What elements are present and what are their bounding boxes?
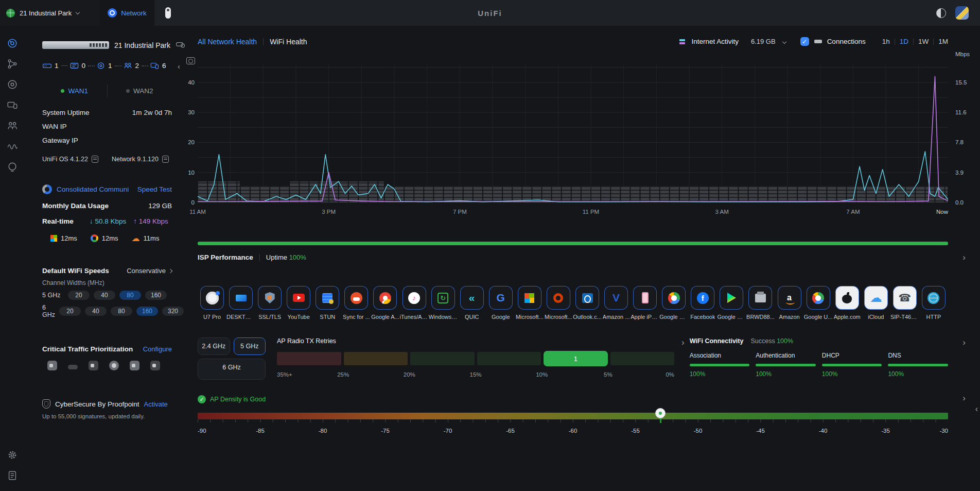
rail-devices-icon[interactable]	[4, 96, 21, 114]
chevron-down-icon[interactable]	[782, 39, 786, 43]
release-notes-icon[interactable]	[162, 156, 169, 163]
wifi-speeds-mode[interactable]: Conservative	[127, 267, 172, 275]
app-tile: ☁	[864, 286, 888, 310]
range-1M[interactable]: 1M	[938, 38, 948, 45]
gateway-icon	[42, 61, 52, 70]
width-chip-6GHz-40[interactable]: 40	[85, 307, 107, 316]
top-app-youtube[interactable]: YouTube	[284, 286, 313, 320]
connections-checkbox[interactable]: ✓	[800, 37, 809, 46]
health-tabs: All Network Health WiFi Health	[198, 38, 307, 46]
top-app-google-u-[interactable]: Google U...	[804, 286, 833, 320]
width-chip-6GHz-80[interactable]: 80	[111, 307, 132, 316]
top-app-http[interactable]: HTTP	[919, 286, 948, 320]
top-app-amazon-[interactable]: VAmazon ...	[602, 286, 631, 320]
top-app-microsoft-[interactable]: Microsoft...	[544, 286, 573, 320]
band-button-5GHz[interactable]: 5 GHz	[234, 337, 266, 355]
speedtest-camera-icon[interactable]	[186, 57, 195, 64]
speed-test-link[interactable]: Speed Test	[137, 185, 172, 193]
top-app-facebook[interactable]: fFacebook	[688, 286, 717, 320]
top-app-ssl-tls[interactable]: SSL/TLS	[255, 286, 284, 320]
theme-toggle-icon[interactable]	[936, 8, 946, 18]
top-app-desktop-[interactable]: DESKTOP...	[226, 286, 255, 320]
panel-edge-collapse-chevron[interactable]: ‹	[975, 404, 978, 414]
x-tick: 7 AM	[846, 209, 860, 215]
top-app-google[interactable]: GGoogle	[486, 286, 515, 320]
metric-label: DHCP	[822, 352, 882, 359]
width-chip-5GHz-80[interactable]: 80	[119, 291, 141, 300]
tab-network[interactable]: Network	[100, 0, 154, 26]
site-switcher[interactable]: 21 Industrial Park	[0, 0, 100, 26]
band-button-2.4GHz[interactable]: 2.4 GHz	[198, 337, 230, 355]
range-1D[interactable]: 1D	[900, 38, 908, 45]
top-app-apple-iph-[interactable]: Apple iPh...	[631, 286, 659, 320]
app-tile	[748, 286, 772, 310]
rail-support-icon[interactable]	[4, 158, 21, 176]
release-notes-icon[interactable]	[92, 156, 98, 163]
top-app-brwd88-[interactable]: BRWD88...	[746, 286, 775, 320]
tx-segment-3	[410, 352, 475, 365]
top-app-outlook-c-[interactable]: Outlook.c...	[573, 286, 602, 320]
lte-backup-icon[interactable]	[176, 40, 186, 50]
tab-wan1[interactable]: WAN1	[42, 84, 108, 97]
top-app-google-st-[interactable]: Google St...	[659, 286, 688, 320]
top-app-itunes-ap-[interactable]: ♪iTunes/Ap...	[400, 286, 429, 320]
realtime-row: Real-time ↓ 50.8 Kbps ↑ 149 Kbps	[42, 217, 172, 225]
width-chip-6GHz-320[interactable]: 320	[162, 307, 184, 316]
http-app-icon	[927, 292, 939, 304]
tab-wifi-health[interactable]: WiFi Health	[270, 38, 307, 46]
user-avatar[interactable]	[955, 6, 969, 20]
y-tick: 10	[188, 170, 195, 176]
isp-name-link[interactable]: Consolidated Communi	[57, 185, 129, 193]
rail-radios-icon[interactable]	[4, 76, 21, 93]
top-app-google-pl-[interactable]: Google Pl...	[717, 286, 746, 320]
isp-expand-chevron[interactable]: ›	[962, 252, 966, 263]
y-tick: 20	[188, 139, 195, 145]
rail-topology-icon[interactable]	[4, 55, 21, 73]
width-chip-5GHz-160[interactable]: 160	[145, 291, 167, 300]
tx-expand-chevron[interactable]: ›	[681, 337, 685, 348]
youtube-app-icon	[293, 294, 305, 302]
activate-link[interactable]: Activate	[144, 400, 168, 408]
configure-link[interactable]: Configure	[143, 345, 172, 353]
rail-settings-icon[interactable]	[4, 446, 21, 464]
width-chip-5GHz-40[interactable]: 40	[94, 291, 115, 300]
talk-app-button[interactable]	[154, 0, 181, 26]
panel-collapse-chevron[interactable]: ‹	[178, 62, 180, 71]
channel-width-row: 6 GHz204080160320	[42, 304, 172, 318]
width-chip-6GHz-160[interactable]: 160	[136, 307, 158, 316]
ap-density-marker[interactable]	[655, 408, 666, 418]
top-app-apple-com[interactable]: Apple.com	[833, 286, 862, 320]
top-app-stun[interactable]: STUN	[313, 286, 342, 320]
wan2-label: WAN2	[133, 87, 153, 95]
top-app-microsoft-[interactable]: Microsoft...	[515, 286, 544, 320]
top-app-windows-[interactable]: ↻Windows ...	[429, 286, 458, 320]
density-expand-chevron[interactable]: ›	[962, 393, 966, 403]
top-app-google-a-[interactable]: Google A...	[371, 286, 399, 320]
app-label: iCloud	[868, 314, 884, 320]
internet-activity-chart[interactable]: 010203040 Mbps0.03.97.811.615.5	[198, 64, 948, 202]
top-app-u7-pro[interactable]: U7 Pro	[198, 286, 226, 320]
top-app-sip-t46s-[interactable]: ☎SIP-T46S ...	[890, 286, 919, 320]
tx-segment-5: 1	[544, 351, 608, 366]
range-1h[interactable]: 1h	[882, 38, 890, 45]
top-app-icloud[interactable]: ☁iCloud	[862, 286, 890, 320]
metric-bar	[756, 364, 816, 366]
top-app-amazon[interactable]: aAmazon	[775, 286, 804, 320]
tab-all-network-health[interactable]: All Network Health	[198, 38, 257, 46]
range-1W[interactable]: 1W	[918, 38, 929, 45]
app-label: BRWD88...	[746, 314, 775, 320]
rail-insights-icon[interactable]	[4, 138, 21, 155]
app-label: QUIC	[465, 314, 479, 320]
rail-clients-icon[interactable]	[4, 117, 21, 134]
wan-ip-row: WAN IP	[42, 120, 172, 133]
wifi-speeds-title: Default WiFi Speeds	[42, 267, 109, 275]
tab-wan2[interactable]: WAN2	[108, 84, 172, 97]
rail-log-icon[interactable]	[4, 467, 21, 484]
width-chip-5GHz-20[interactable]: 20	[68, 291, 90, 300]
wifi-expand-chevron[interactable]: ›	[962, 337, 966, 348]
band-button-6GHz[interactable]: 6 GHz	[198, 359, 266, 380]
rail-dashboard-icon[interactable]	[4, 35, 21, 52]
width-chip-6GHz-20[interactable]: 20	[59, 307, 81, 316]
top-app-sync-for-[interactable]: Sync for ...	[342, 286, 371, 320]
top-app-quic[interactable]: «QUIC	[458, 286, 486, 320]
